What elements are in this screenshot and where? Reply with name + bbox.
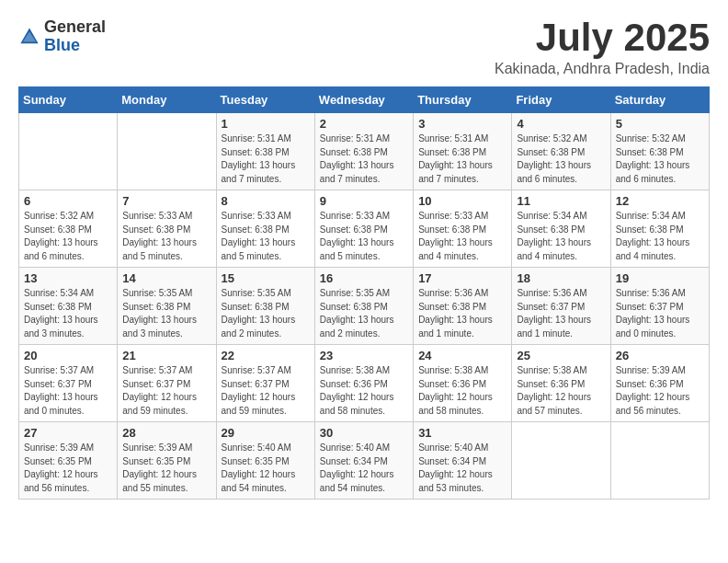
- day-number: 4: [517, 117, 605, 131]
- weekday-header: Sunday: [19, 87, 118, 113]
- day-number: 3: [418, 117, 506, 131]
- day-number: 11: [517, 194, 605, 208]
- calendar-cell: 8Sunrise: 5:33 AM Sunset: 6:38 PM Daylig…: [216, 190, 314, 268]
- day-number: 25: [517, 349, 605, 362]
- day-number: 21: [122, 349, 210, 362]
- calendar-cell: 3Sunrise: 5:31 AM Sunset: 6:38 PM Daylig…: [414, 113, 512, 190]
- weekday-header: Tuesday: [216, 87, 314, 113]
- weekday-header: Wednesday: [314, 87, 413, 113]
- day-detail: Sunrise: 5:33 AM Sunset: 6:38 PM Dayligh…: [418, 210, 506, 263]
- day-number: 14: [122, 271, 210, 285]
- day-detail: Sunrise: 5:39 AM Sunset: 6:36 PM Dayligh…: [616, 364, 704, 418]
- day-detail: Sunrise: 5:31 AM Sunset: 6:38 PM Dayligh…: [222, 132, 310, 186]
- day-number: 8: [222, 194, 310, 208]
- calendar-cell: 30Sunrise: 5:40 AM Sunset: 6:34 PM Dayli…: [314, 422, 413, 500]
- day-detail: Sunrise: 5:40 AM Sunset: 6:34 PM Dayligh…: [320, 442, 408, 495]
- calendar-week-row: 20Sunrise: 5:37 AM Sunset: 6:37 PM Dayli…: [19, 345, 710, 422]
- day-number: 28: [122, 426, 210, 440]
- day-detail: Sunrise: 5:34 AM Sunset: 6:38 PM Dayligh…: [517, 210, 605, 263]
- calendar-cell: 6Sunrise: 5:32 AM Sunset: 6:38 PM Daylig…: [19, 190, 118, 268]
- logo-text: General Blue: [44, 18, 106, 55]
- weekday-header: Monday: [118, 87, 216, 113]
- calendar-week-row: 27Sunrise: 5:39 AM Sunset: 6:35 PM Dayli…: [19, 422, 710, 500]
- day-number: 2: [320, 117, 408, 131]
- day-detail: Sunrise: 5:31 AM Sunset: 6:38 PM Dayligh…: [418, 132, 506, 186]
- day-detail: Sunrise: 5:33 AM Sunset: 6:38 PM Dayligh…: [122, 210, 210, 263]
- day-number: 18: [517, 271, 605, 285]
- day-detail: Sunrise: 5:36 AM Sunset: 6:37 PM Dayligh…: [517, 287, 605, 340]
- day-number: 16: [320, 271, 408, 285]
- calendar-cell: [19, 113, 118, 190]
- calendar-cell: 1Sunrise: 5:31 AM Sunset: 6:38 PM Daylig…: [216, 113, 314, 190]
- calendar-cell: 9Sunrise: 5:33 AM Sunset: 6:38 PM Daylig…: [314, 190, 413, 268]
- day-detail: Sunrise: 5:34 AM Sunset: 6:38 PM Dayligh…: [24, 287, 112, 340]
- day-detail: Sunrise: 5:38 AM Sunset: 6:36 PM Dayligh…: [418, 364, 506, 418]
- day-number: 7: [122, 194, 210, 208]
- calendar-cell: 29Sunrise: 5:40 AM Sunset: 6:35 PM Dayli…: [216, 422, 314, 500]
- calendar-cell: 31Sunrise: 5:40 AM Sunset: 6:34 PM Dayli…: [414, 422, 512, 500]
- page-header: General Blue July 2025 Kakinada, Andhra …: [18, 18, 710, 77]
- day-detail: Sunrise: 5:33 AM Sunset: 6:38 PM Dayligh…: [222, 210, 310, 263]
- day-detail: Sunrise: 5:37 AM Sunset: 6:37 PM Dayligh…: [122, 364, 210, 418]
- calendar-cell: 14Sunrise: 5:35 AM Sunset: 6:38 PM Dayli…: [118, 268, 216, 345]
- day-number: 1: [222, 117, 310, 131]
- calendar-cell: 22Sunrise: 5:37 AM Sunset: 6:37 PM Dayli…: [216, 345, 314, 422]
- day-number: 26: [616, 349, 704, 362]
- day-number: 13: [24, 271, 112, 285]
- logo-blue: Blue: [44, 37, 106, 55]
- calendar-cell: 23Sunrise: 5:38 AM Sunset: 6:36 PM Dayli…: [314, 345, 413, 422]
- logo: General Blue: [18, 18, 106, 55]
- calendar-cell: [610, 422, 709, 500]
- day-number: 17: [418, 271, 506, 285]
- day-number: 6: [24, 194, 112, 208]
- day-detail: Sunrise: 5:35 AM Sunset: 6:38 PM Dayligh…: [222, 287, 310, 340]
- calendar-cell: 15Sunrise: 5:35 AM Sunset: 6:38 PM Dayli…: [216, 268, 314, 345]
- calendar-cell: 27Sunrise: 5:39 AM Sunset: 6:35 PM Dayli…: [19, 422, 118, 500]
- calendar-cell: 21Sunrise: 5:37 AM Sunset: 6:37 PM Dayli…: [118, 345, 216, 422]
- weekday-header-row: SundayMondayTuesdayWednesdayThursdayFrid…: [19, 87, 710, 113]
- day-detail: Sunrise: 5:38 AM Sunset: 6:36 PM Dayligh…: [320, 364, 408, 418]
- day-number: 22: [222, 349, 310, 362]
- day-detail: Sunrise: 5:40 AM Sunset: 6:35 PM Dayligh…: [222, 442, 310, 495]
- calendar-cell: 2Sunrise: 5:31 AM Sunset: 6:38 PM Daylig…: [314, 113, 413, 190]
- day-number: 20: [24, 349, 112, 362]
- calendar-cell: 26Sunrise: 5:39 AM Sunset: 6:36 PM Dayli…: [610, 345, 709, 422]
- calendar-cell: 17Sunrise: 5:36 AM Sunset: 6:38 PM Dayli…: [414, 268, 512, 345]
- weekday-header: Saturday: [610, 87, 709, 113]
- day-number: 24: [418, 349, 506, 362]
- day-number: 29: [222, 426, 310, 440]
- calendar-cell: 13Sunrise: 5:34 AM Sunset: 6:38 PM Dayli…: [19, 268, 118, 345]
- calendar-cell: 5Sunrise: 5:32 AM Sunset: 6:38 PM Daylig…: [610, 113, 709, 190]
- day-detail: Sunrise: 5:35 AM Sunset: 6:38 PM Dayligh…: [320, 287, 408, 340]
- logo-icon: [18, 26, 40, 48]
- day-number: 5: [616, 117, 704, 131]
- calendar-cell: [512, 422, 610, 500]
- calendar-cell: 20Sunrise: 5:37 AM Sunset: 6:37 PM Dayli…: [19, 345, 118, 422]
- day-detail: Sunrise: 5:31 AM Sunset: 6:38 PM Dayligh…: [320, 132, 408, 186]
- calendar-cell: 7Sunrise: 5:33 AM Sunset: 6:38 PM Daylig…: [118, 190, 216, 268]
- day-detail: Sunrise: 5:32 AM Sunset: 6:38 PM Dayligh…: [24, 210, 112, 263]
- day-detail: Sunrise: 5:36 AM Sunset: 6:37 PM Dayligh…: [616, 287, 704, 340]
- day-detail: Sunrise: 5:39 AM Sunset: 6:35 PM Dayligh…: [122, 442, 210, 495]
- weekday-header: Friday: [512, 87, 610, 113]
- day-number: 10: [418, 194, 506, 208]
- calendar-cell: 24Sunrise: 5:38 AM Sunset: 6:36 PM Dayli…: [414, 345, 512, 422]
- calendar-cell: 25Sunrise: 5:38 AM Sunset: 6:36 PM Dayli…: [512, 345, 610, 422]
- calendar-cell: 18Sunrise: 5:36 AM Sunset: 6:37 PM Dayli…: [512, 268, 610, 345]
- location: Kakinada, Andhra Pradesh, India: [495, 61, 710, 77]
- calendar-cell: 16Sunrise: 5:35 AM Sunset: 6:38 PM Dayli…: [314, 268, 413, 345]
- calendar-table: SundayMondayTuesdayWednesdayThursdayFrid…: [18, 86, 710, 500]
- day-detail: Sunrise: 5:32 AM Sunset: 6:38 PM Dayligh…: [616, 132, 704, 186]
- calendar-cell: 19Sunrise: 5:36 AM Sunset: 6:37 PM Dayli…: [610, 268, 709, 345]
- logo-general: General: [44, 18, 106, 37]
- day-detail: Sunrise: 5:34 AM Sunset: 6:38 PM Dayligh…: [616, 210, 704, 263]
- month-title: July 2025: [495, 18, 710, 57]
- day-detail: Sunrise: 5:36 AM Sunset: 6:38 PM Dayligh…: [418, 287, 506, 340]
- day-detail: Sunrise: 5:39 AM Sunset: 6:35 PM Dayligh…: [24, 442, 112, 495]
- day-detail: Sunrise: 5:37 AM Sunset: 6:37 PM Dayligh…: [24, 364, 112, 418]
- day-number: 23: [320, 349, 408, 362]
- calendar-cell: 10Sunrise: 5:33 AM Sunset: 6:38 PM Dayli…: [414, 190, 512, 268]
- day-number: 15: [222, 271, 310, 285]
- day-detail: Sunrise: 5:40 AM Sunset: 6:34 PM Dayligh…: [418, 442, 506, 495]
- day-number: 19: [616, 271, 704, 285]
